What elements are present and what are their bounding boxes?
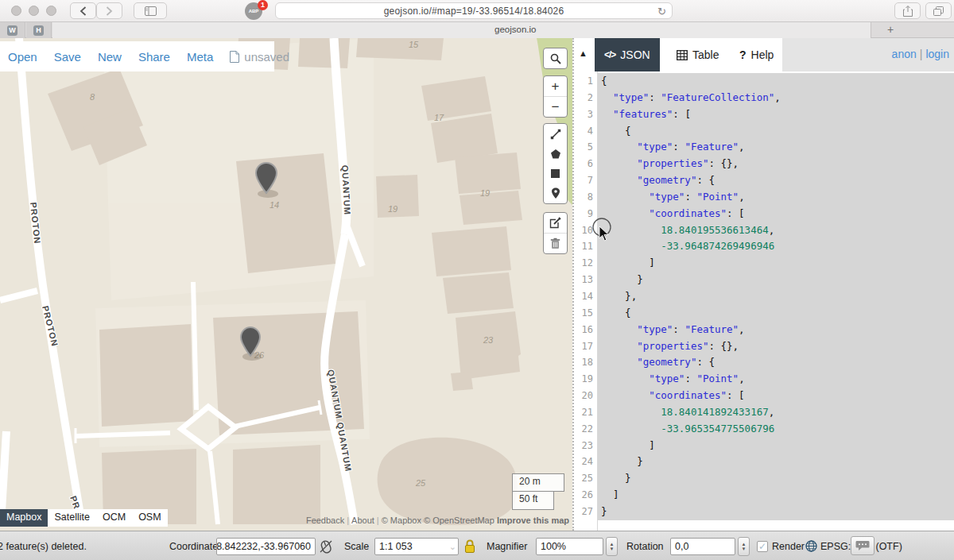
json-editor[interactable]: 1234567891011121314151617181920212223242… — [574, 71, 954, 531]
code-line[interactable]: -33.965354775506796 — [598, 421, 954, 438]
line-number: 13 — [574, 272, 597, 288]
code-line[interactable]: "geometry": { — [598, 354, 954, 371]
code-line[interactable]: } — [598, 470, 954, 487]
about-link[interactable]: About — [351, 516, 374, 525]
editor-code[interactable]: { "type": "FeatureCollection", "features… — [598, 73, 954, 520]
login-link[interactable]: login — [925, 48, 949, 60]
code-icon: </> — [604, 49, 615, 60]
code-line[interactable]: ] — [598, 487, 954, 504]
code-line[interactable]: } — [598, 454, 954, 470]
code-line[interactable]: "geometry": { — [598, 172, 954, 189]
active-tab[interactable]: geojson.io — [52, 22, 871, 38]
basemap-osm[interactable]: OSM — [132, 509, 167, 527]
share-button[interactable] — [894, 2, 921, 19]
minimize-window-icon[interactable] — [29, 6, 39, 16]
rotation-input[interactable]: 0,0 — [670, 538, 735, 555]
browser-tab-bar: W H geojson.io + — [0, 22, 954, 38]
pinned-tab-w[interactable]: W — [0, 22, 25, 38]
code-line[interactable]: } — [598, 504, 954, 520]
code-line[interactable]: "type": "Point", — [598, 371, 954, 388]
reload-icon[interactable]: ↻ — [657, 6, 666, 17]
render-toggle[interactable]: ✓ Render — [757, 531, 805, 560]
menu-share[interactable]: Share — [138, 50, 170, 64]
editor-panel: ▲ </> JSON Table ? Help anon|login — [572, 38, 954, 531]
code-line[interactable]: { — [598, 305, 954, 322]
new-tab-button[interactable]: + — [879, 22, 902, 38]
draw-line-button[interactable] — [544, 124, 567, 144]
zoom-in-button[interactable]: + — [544, 76, 567, 96]
chevron-left-icon — [80, 6, 87, 16]
code-line[interactable]: }, — [598, 288, 954, 305]
code-line[interactable]: "coordinates": [ — [598, 388, 954, 404]
code-line[interactable]: -33.964874269496946 — [598, 238, 954, 255]
code-line[interactable]: "features": [ — [598, 106, 954, 123]
line-number: 15 — [574, 305, 597, 322]
line-number: 21 — [574, 404, 597, 421]
line-number: 16 — [574, 322, 597, 338]
menu-save[interactable]: Save — [54, 50, 81, 64]
map-canvas: PROTON PROTON PR QUANTUM QUANTUM QUANTUM… — [0, 38, 572, 531]
code-line[interactable]: { — [598, 73, 954, 90]
line-number: 9 — [574, 206, 597, 222]
code-line[interactable]: "coordinates": [ — [598, 206, 954, 222]
tab-help[interactable]: ? Help — [730, 38, 783, 71]
tab-overview-button[interactable] — [925, 2, 952, 19]
forward-button[interactable] — [96, 2, 122, 19]
code-line[interactable]: "properties": {}, — [598, 156, 954, 172]
map[interactable]: PROTON PROTON PR QUANTUM QUANTUM QUANTUM… — [0, 38, 572, 531]
code-line[interactable]: 18.840195536613464, — [598, 222, 954, 239]
render-checkbox[interactable]: ✓ — [757, 541, 768, 552]
line-number: 24 — [574, 454, 597, 470]
rotation-spinner[interactable]: ▲▼ — [738, 537, 750, 556]
sidebar-button[interactable] — [134, 2, 167, 19]
zoom-out-button[interactable]: − — [544, 97, 567, 117]
draw-rectangle-button[interactable] — [544, 164, 567, 183]
menu-meta[interactable]: Meta — [187, 50, 213, 64]
tab-json[interactable]: </> JSON — [595, 38, 660, 71]
basemap-satellite[interactable]: Satellite — [48, 509, 95, 527]
code-line[interactable]: ] — [598, 255, 954, 272]
magnifier-label: Magnifier — [487, 531, 527, 560]
mouse-position-toggle[interactable] — [319, 531, 333, 560]
scale-lock-button[interactable] — [463, 531, 476, 560]
code-line[interactable]: 18.840141892433167, — [598, 404, 954, 421]
menu-new[interactable]: New — [98, 50, 122, 64]
tab-table[interactable]: Table — [667, 38, 728, 71]
code-line[interactable]: "type": "Feature", — [598, 322, 954, 338]
svg-text:14: 14 — [270, 200, 279, 210]
close-window-icon[interactable] — [11, 6, 21, 16]
speech-bubble-icon — [855, 540, 870, 551]
pinned-tab-h[interactable]: H — [26, 22, 52, 38]
draw-polygon-button[interactable] — [544, 144, 567, 164]
collapse-panel-button[interactable]: ▲ — [579, 48, 588, 58]
delete-button[interactable] — [544, 234, 567, 253]
code-line[interactable]: "type": "Point", — [598, 189, 954, 206]
search-control — [543, 48, 568, 69]
magnifier-input[interactable]: 100% — [536, 538, 603, 555]
code-line[interactable]: } — [598, 272, 954, 288]
menu-open[interactable]: Open — [8, 50, 37, 64]
messages-button[interactable] — [851, 536, 874, 555]
back-button[interactable] — [70, 2, 96, 19]
basemap-mapbox[interactable]: Mapbox — [0, 509, 48, 527]
magnifier-spinner[interactable]: ▲▼ — [606, 537, 618, 556]
anon-link[interactable]: anon — [892, 48, 917, 60]
url-bar[interactable]: geojson.io/#map=19/-33.96514/18.84026 ↻ — [275, 2, 673, 19]
draw-marker-icon — [551, 187, 560, 199]
draw-marker-button[interactable] — [544, 183, 567, 203]
svg-text:23: 23 — [483, 335, 494, 345]
basemap-ocm[interactable]: OCM — [96, 509, 132, 527]
code-line[interactable]: { — [598, 123, 954, 140]
code-line[interactable]: "properties": {}, — [598, 338, 954, 355]
code-line[interactable]: "type": "Feature", — [598, 139, 954, 156]
geojson-menu-bar: Open Save New Share Meta unsaved — [0, 41, 274, 71]
edit-button[interactable] — [544, 213, 567, 233]
feedback-link[interactable]: Feedback — [306, 516, 344, 525]
fullscreen-window-icon[interactable] — [46, 6, 56, 16]
code-line[interactable]: ] — [598, 438, 954, 454]
coordinate-input[interactable]: 18.842232,-33.967060 — [216, 538, 316, 555]
search-button[interactable] — [544, 48, 567, 68]
code-line[interactable]: "type": "FeatureCollection", — [598, 90, 954, 106]
improve-map-link[interactable]: Improve this map — [497, 516, 569, 525]
scale-combobox[interactable]: 1:1 053 ⌄ — [374, 538, 459, 555]
